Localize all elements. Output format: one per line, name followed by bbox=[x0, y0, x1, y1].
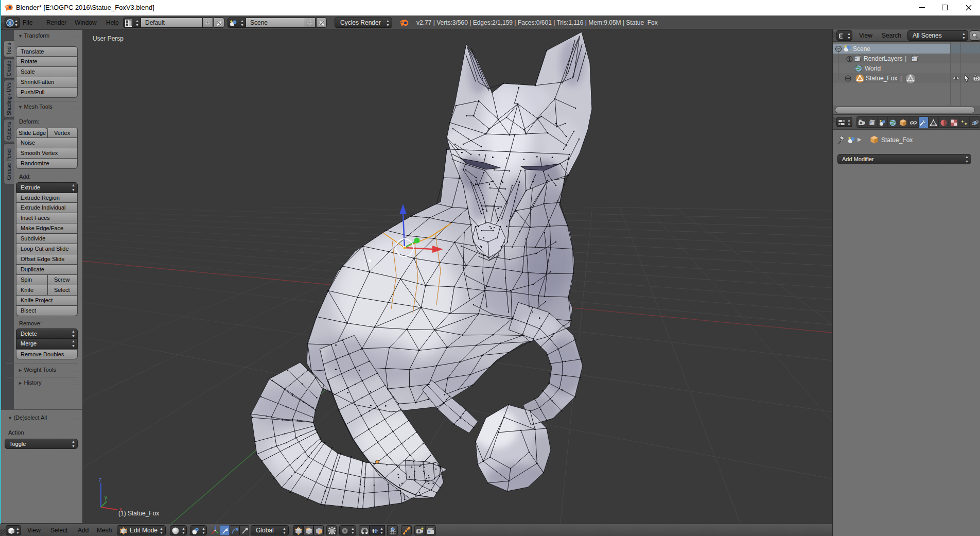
svg-text:z: z bbox=[99, 477, 101, 482]
svg-text:x: x bbox=[119, 507, 122, 512]
svg-text:User Persp: User Persp bbox=[93, 35, 124, 42]
svg-text:i: i bbox=[9, 20, 11, 26]
svg-text:(1) Statue_Fox: (1) Statue_Fox bbox=[118, 510, 159, 517]
svg-text:y: y bbox=[104, 495, 107, 500]
